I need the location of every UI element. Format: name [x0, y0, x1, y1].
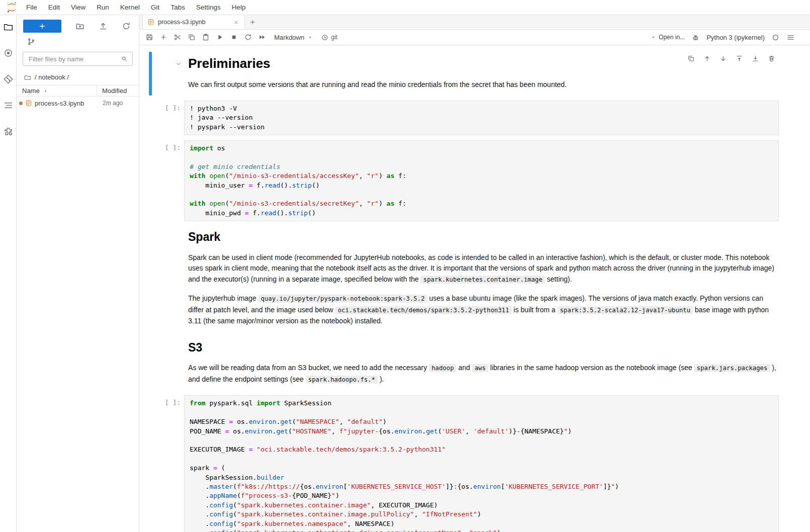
markdown-cell[interactable]: SparkSpark can be used in client mode (r…: [149, 226, 810, 332]
code-token: minio_user: [190, 182, 249, 189]
open-in-dropdown[interactable]: Open in...: [651, 34, 685, 41]
file-name: process-s3.ipynb: [35, 100, 97, 107]
menu-tabs[interactable]: Tabs: [165, 0, 191, 15]
file-item[interactable]: process-s3.ipynb2m ago: [17, 97, 139, 110]
menu-git[interactable]: Git: [145, 0, 165, 15]
interrupt-kernel-button[interactable]: [227, 30, 241, 45]
insert-cell-below-button[interactable]: [156, 30, 171, 45]
cell-prompt: [155, 337, 184, 391]
code-line: [190, 408, 773, 417]
code-line: [190, 153, 773, 162]
move-cell-down-button[interactable]: [719, 55, 727, 62]
git-toolbar-button[interactable]: git: [321, 34, 338, 41]
kernel-status-indicator: [771, 33, 780, 42]
git-clone-button[interactable]: [27, 37, 36, 46]
dock-panel: process-s3.ipynb Markdown git Open in...…: [139, 15, 810, 532]
code-token: builder: [257, 474, 284, 481]
paste-cell-button[interactable]: [199, 30, 213, 45]
code-token: "default": [347, 418, 382, 425]
cell-collapser[interactable]: [149, 52, 152, 96]
menu-kernel[interactable]: Kernel: [115, 0, 145, 15]
file-browser-toolbar: [17, 15, 139, 34]
cell-type-dropdown[interactable]: Markdown: [274, 34, 313, 41]
file-filter[interactable]: [23, 52, 133, 66]
restart-kernel-button[interactable]: [241, 30, 255, 45]
markdown-heading: S3: [188, 341, 202, 355]
cell-collapser[interactable]: [149, 337, 152, 391]
upload-files-button[interactable]: [99, 22, 108, 31]
new-launcher-button[interactable]: [23, 20, 61, 33]
menu-file[interactable]: File: [21, 0, 43, 15]
column-header-name[interactable]: Name: [17, 85, 97, 96]
insert-cell-below-button[interactable]: [752, 55, 759, 62]
sidebar-tab-table-of-contents[interactable]: [3, 100, 14, 111]
code-token: .: [190, 510, 209, 518]
hamburger-icon: [786, 33, 795, 42]
code-token: ,: [339, 418, 347, 425]
code-editor[interactable]: from pyspark.sql import SparkSession NAM…: [184, 395, 779, 532]
code-token: (: [438, 427, 442, 435]
save-notebook-button[interactable]: [142, 30, 156, 45]
debugger-button[interactable]: [691, 33, 700, 42]
code-token: SparkSession.: [190, 474, 257, 481]
cell-toolbar: [686, 54, 776, 63]
delete-cell-button[interactable]: [768, 55, 775, 62]
cell-content: S3As we will be reading data from an S3 …: [184, 337, 779, 391]
kernel-name[interactable]: Python 3 (ipykernel): [706, 34, 765, 41]
code-editor[interactable]: import os # get minio credentialswith op…: [184, 140, 779, 221]
cell-collapser[interactable]: [149, 395, 152, 532]
menu-help[interactable]: Help: [226, 0, 251, 15]
code-token: 'KUBERNETES_SERVICE_PORT': [505, 483, 603, 490]
sort-caret-holder: [43, 88, 48, 94]
code-line: with open("/minio-s3-credentials/accessK…: [190, 171, 773, 181]
cell-collapser[interactable]: [149, 226, 152, 332]
tab-close-button[interactable]: [232, 19, 240, 26]
move-cell-up-button[interactable]: [703, 55, 711, 62]
sidebar-tab-git[interactable]: [3, 74, 14, 84]
cell-content: SparkSpark can be used in client mode (r…: [184, 226, 779, 332]
code-cell[interactable]: [ ]:from pyspark.sql import SparkSession…: [149, 395, 810, 532]
code-cell[interactable]: [ ]:! python3 -V! java --version! pyspar…: [149, 101, 810, 135]
sidebar-tab-extensions[interactable]: [3, 126, 14, 137]
markdown-heading: Preliminaries: [188, 56, 270, 71]
inline-code: spark.hadoopo.fs.*: [306, 376, 378, 384]
code-line: import os: [190, 144, 773, 153]
file-filter-input[interactable]: [28, 55, 121, 63]
new-tab-button[interactable]: [245, 15, 260, 29]
breadcrumb-path[interactable]: / notebook /: [35, 73, 69, 81]
menu-run[interactable]: Run: [91, 0, 115, 15]
markdown-heading-row: Spark: [188, 230, 779, 244]
new-folder-button[interactable]: [75, 22, 85, 31]
sidebar-tab-running-sessions[interactable]: [3, 48, 14, 58]
code-token: 'USER': [442, 427, 465, 435]
menu-view[interactable]: View: [65, 0, 91, 15]
code-token: strip: [292, 182, 312, 189]
code-cell[interactable]: [ ]:import os # get minio credentialswit…: [149, 140, 810, 221]
code-token: as: [386, 200, 394, 207]
code-editor[interactable]: ! python3 -V! java --version! pyspark --…: [184, 101, 779, 135]
menu-edit[interactable]: Edit: [43, 0, 65, 15]
tabs: process-s3.ipynb: [142, 15, 245, 29]
column-header-modified[interactable]: Modified: [97, 85, 139, 96]
refresh-file-list-button[interactable]: [122, 22, 131, 31]
sidebar-tab-file-browser[interactable]: [3, 22, 14, 32]
restart-run-all-button[interactable]: [255, 30, 269, 45]
cut-icon: [174, 33, 182, 41]
markdown-cell[interactable]: PreliminariesWe can first output some ve…: [149, 52, 810, 96]
menu-settings[interactable]: Settings: [191, 0, 226, 15]
markdown-cell[interactable]: S3As we will be reading data from an S3 …: [149, 337, 810, 391]
cell-collapser[interactable]: [149, 140, 152, 221]
breadcrumb[interactable]: / notebook /: [17, 67, 139, 85]
copy-cell-button[interactable]: [185, 30, 199, 45]
insert-cell-above-button[interactable]: [736, 55, 743, 62]
cell-collapser[interactable]: [149, 101, 152, 135]
toolbar-menu-button[interactable]: [786, 33, 795, 42]
tab-notebook[interactable]: process-s3.ipynb: [142, 15, 245, 29]
inline-code: hadoop: [429, 364, 456, 372]
duplicate-cell-button[interactable]: [687, 55, 695, 62]
run-cell-button[interactable]: [213, 30, 227, 45]
plus-icon: [159, 33, 168, 41]
cut-cell-button[interactable]: [171, 30, 185, 45]
code-token: {os.: [300, 483, 315, 490]
code-token: ().: [276, 209, 288, 217]
